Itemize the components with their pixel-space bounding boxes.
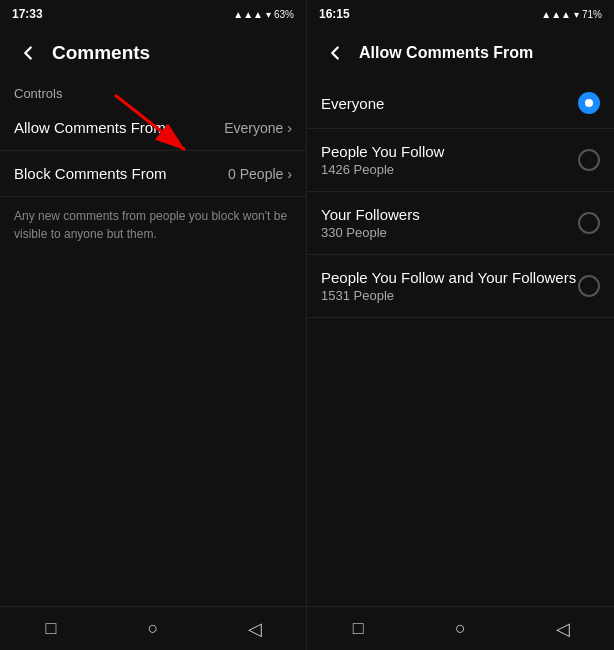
right-circle-nav-icon: ○ (455, 618, 466, 639)
allow-comments-label: Allow Comments From (14, 119, 166, 136)
circle-nav-button[interactable]: ○ (133, 609, 173, 649)
option-title-2: Your Followers (321, 206, 420, 223)
left-bottom-nav: □ ○ ◁ (0, 606, 306, 650)
radio-button-1[interactable] (578, 149, 600, 171)
left-back-button[interactable] (14, 39, 42, 67)
right-wifi-icon: ▾ (574, 9, 579, 20)
section-label: Controls (0, 78, 306, 105)
right-square-nav-button[interactable]: □ (338, 609, 378, 649)
square-nav-button[interactable]: □ (31, 609, 71, 649)
right-nav-title: Allow Comments From (359, 44, 533, 62)
options-list: EveryonePeople You Follow1426 PeopleYour… (307, 78, 614, 318)
allow-comments-label-group: Allow Comments From (14, 119, 166, 136)
block-comments-item[interactable]: Block Comments From 0 People › (0, 151, 306, 197)
option-left-0: Everyone (321, 95, 384, 112)
option-item-1[interactable]: People You Follow1426 People (307, 129, 614, 192)
radio-button-2[interactable] (578, 212, 600, 234)
radio-button-0[interactable] (578, 92, 600, 114)
square-nav-icon: □ (46, 618, 57, 639)
block-comments-label-group: Block Comments From (14, 165, 167, 182)
right-triangle-nav-button[interactable]: ◁ (543, 609, 583, 649)
block-comments-right: 0 People › (228, 166, 292, 182)
right-circle-nav-button[interactable]: ○ (440, 609, 480, 649)
right-bottom-nav: □ ○ ◁ (307, 606, 614, 650)
option-item-3[interactable]: People You Follow and Your Followers1531… (307, 255, 614, 318)
signal-icon: ▲▲▲ (233, 9, 263, 20)
wifi-icon: ▾ (266, 9, 271, 20)
option-subtitle-1: 1426 People (321, 162, 444, 177)
allow-comments-chevron: › (287, 120, 292, 136)
left-nav-title: Comments (52, 42, 150, 64)
left-status-bar: 17:33 ▲▲▲ ▾ 63% (0, 0, 306, 28)
right-square-nav-icon: □ (353, 618, 364, 639)
option-left-1: People You Follow1426 People (321, 143, 444, 177)
battery-text: 63% (274, 9, 294, 20)
allow-comments-item[interactable]: Allow Comments From Everyone › (0, 105, 306, 151)
left-nav-bar: Comments (0, 28, 306, 78)
option-title-1: People You Follow (321, 143, 444, 160)
option-subtitle-3: 1531 People (321, 288, 576, 303)
right-triangle-nav-icon: ◁ (556, 618, 570, 640)
block-comments-chevron: › (287, 166, 292, 182)
right-back-button[interactable] (321, 39, 349, 67)
right-status-icons: ▲▲▲ ▾ 71% (541, 9, 602, 20)
option-subtitle-2: 330 People (321, 225, 420, 240)
right-status-bar: 16:15 ▲▲▲ ▾ 71% (307, 0, 614, 28)
block-comments-label: Block Comments From (14, 165, 167, 182)
option-left-2: Your Followers330 People (321, 206, 420, 240)
triangle-nav-button[interactable]: ◁ (235, 609, 275, 649)
right-nav-bar: Allow Comments From (307, 28, 614, 78)
option-title-3: People You Follow and Your Followers (321, 269, 576, 286)
right-time: 16:15 (319, 7, 350, 21)
triangle-nav-icon: ◁ (248, 618, 262, 640)
right-panel: 16:15 ▲▲▲ ▾ 71% Allow Comments From Ever… (307, 0, 614, 650)
allow-comments-right: Everyone › (224, 120, 292, 136)
left-time: 17:33 (12, 7, 43, 21)
left-status-icons: ▲▲▲ ▾ 63% (233, 9, 294, 20)
right-battery-text: 71% (582, 9, 602, 20)
option-item-0[interactable]: Everyone (307, 78, 614, 129)
circle-nav-icon: ○ (148, 618, 159, 639)
block-comments-value: 0 People (228, 166, 283, 182)
right-signal-icon: ▲▲▲ (541, 9, 571, 20)
option-left-3: People You Follow and Your Followers1531… (321, 269, 576, 303)
info-text: Any new comments from people you block w… (0, 197, 306, 253)
allow-comments-value: Everyone (224, 120, 283, 136)
option-title-0: Everyone (321, 95, 384, 112)
radio-button-3[interactable] (578, 275, 600, 297)
option-item-2[interactable]: Your Followers330 People (307, 192, 614, 255)
